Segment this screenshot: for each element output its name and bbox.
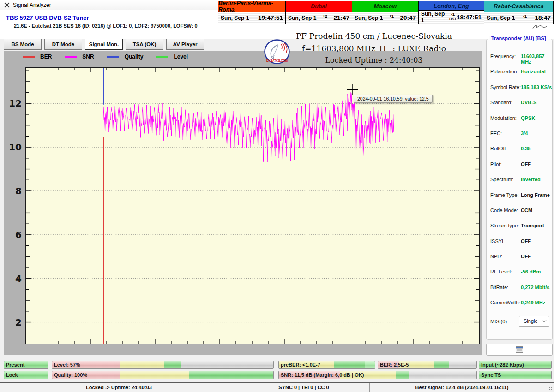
transponder-row-npd: NPD:OFF bbox=[487, 249, 552, 265]
clock-date: Sun, Sep 1 bbox=[487, 15, 515, 21]
field-value: OFF bbox=[521, 161, 531, 167]
logo-text: DXSATCS.COM bbox=[266, 59, 288, 62]
signal-analyzer-window: { "window": { "title": "Signal Analyzer"… bbox=[0, 0, 554, 392]
field-value: 0,272 Mbit/s bbox=[521, 285, 549, 290]
plot-area[interactable] bbox=[26, 67, 479, 344]
y-axis-label: 12 bbox=[9, 98, 22, 109]
resize-grip[interactable] bbox=[547, 385, 553, 391]
transponder-row-polarization: Polarization:Horizontal bbox=[487, 65, 552, 80]
clock-date: Sun, Sep 1 bbox=[421, 11, 449, 24]
transponder-row-rolloff: RollOff:0.35 bbox=[487, 142, 552, 157]
mis-selected-value: Single bbox=[524, 318, 538, 324]
field-value: Transport bbox=[521, 223, 544, 228]
mis-row: MIS (0): Single bbox=[487, 315, 552, 329]
clock-time-row: Sun, Sep 1+120:47 bbox=[352, 12, 418, 24]
field-value: 3/4 bbox=[521, 131, 528, 136]
field-label: Pilot: bbox=[490, 161, 501, 167]
field-value: 0,249 MHz bbox=[521, 300, 545, 305]
field-label: Frame Type: bbox=[490, 192, 519, 198]
field-label: RollOff: bbox=[490, 146, 507, 151]
transponder-row-spectrum: Spectrum:Inverted bbox=[487, 172, 552, 188]
field-label: Symbol Rate: bbox=[490, 84, 521, 90]
status-bar-level: Level: 57% bbox=[52, 361, 274, 369]
clock-rabat-casablanca: Rabat-CasablancaSun, Sep 1-118:47 bbox=[484, 1, 553, 24]
clock-city-label: Moscow bbox=[352, 1, 418, 12]
chevron-down-icon bbox=[542, 318, 547, 323]
y-axis-label: 2 bbox=[15, 317, 22, 328]
dxsatcs-logo: DXSATCS.COM bbox=[264, 39, 290, 64]
field-value: 185,183 KS/s bbox=[521, 84, 552, 90]
transponder-row-symbol-rate: Symbol Rate:185,183 KS/s bbox=[487, 80, 552, 95]
status-bar-ber: BER: 2,5E-5 bbox=[378, 361, 477, 369]
clock-time-row: Sun, Sep 1-118:47 bbox=[484, 12, 553, 24]
clock-city-label: London, Eng bbox=[419, 1, 484, 11]
mis-select[interactable]: Single bbox=[519, 316, 549, 327]
statusbar-sync-counters: SYNC 0 | TEI 0 | CC 0 bbox=[238, 385, 369, 390]
statusbar-best-signal: Best signal: 12,4 dB (2024-09-01 16:11) bbox=[370, 385, 554, 390]
tab-bs-mode[interactable]: BS Mode bbox=[4, 39, 42, 50]
field-value: DVB-S bbox=[521, 100, 536, 105]
app-antenna-icon bbox=[4, 2, 10, 8]
clock-london-eng: London, EngSun, Sep 1-1DST18:47:51 bbox=[419, 1, 484, 24]
clock-date: Sun, Sep 1 bbox=[288, 15, 316, 21]
field-label: NPD: bbox=[490, 254, 502, 259]
transponder-row-fec: FEC:3/4 bbox=[487, 126, 552, 142]
clock-date: Sun, Sep 1 bbox=[355, 15, 383, 21]
field-label: ISSYI bbox=[490, 238, 503, 244]
clock-time: 18:47 bbox=[535, 14, 551, 21]
signature-icon bbox=[532, 23, 548, 30]
tab-dt-mode[interactable]: DT Mode bbox=[44, 39, 82, 50]
clock-time: 20:47 bbox=[400, 14, 416, 21]
field-value: OFF bbox=[521, 238, 531, 244]
field-value: QPSK bbox=[521, 115, 535, 121]
field-label: Stream type: bbox=[490, 223, 519, 228]
transponder-row-frequency: Frequency:11603,857 MHz bbox=[487, 49, 552, 65]
window-list-icon bbox=[516, 346, 523, 353]
transponder-panel: Transponder (AU) [BS] Frequency:11603,85… bbox=[486, 39, 553, 340]
clock-utc-offset: +2 bbox=[323, 14, 327, 18]
field-label: RF Level: bbox=[490, 269, 512, 274]
transponder-row-standard: Standard:DVB-S bbox=[487, 95, 552, 111]
status-bar-quality: Quality: 100% bbox=[52, 371, 274, 379]
mode-tabs: BS ModeDT ModeSignal Mon.TSA (OK)AV Play… bbox=[4, 39, 204, 50]
transponder-row-frame-type: Frame Type:Long Frame bbox=[487, 188, 552, 203]
transponder-row-modulation: Modulation:QPSK bbox=[487, 111, 552, 126]
clock-berlin-paris-vienna-roma: Berlin-Paris-Vienna-RomaSun, Sep 119:47:… bbox=[218, 1, 286, 24]
field-value: OFF bbox=[521, 254, 531, 259]
clock-city-label: Berlin-Paris-Vienna-Roma bbox=[218, 1, 285, 12]
clock-time-row: Sun, Sep 1-1DST18:47:51 bbox=[419, 11, 484, 24]
transponder-list-button[interactable] bbox=[486, 344, 553, 356]
status-bar-syncts: Sync TS bbox=[479, 371, 552, 379]
status-bar-preber: preBER: <1.0E-7 bbox=[278, 361, 375, 369]
y-axis-label: 8 bbox=[15, 185, 22, 196]
transponder-row-carrierwidth: CarrierWidth:0,249 MHz bbox=[487, 296, 552, 311]
clock-date: Sun, Sep 1 bbox=[221, 15, 249, 21]
tab-av-player[interactable]: AV Player bbox=[166, 39, 204, 50]
transponder-row-bitrate: BitRate:0,272 Mbit/s bbox=[487, 280, 552, 296]
clock-time-row: Sun, Sep 119:47:51 bbox=[218, 12, 285, 24]
clock-time: 19:47:51 bbox=[258, 14, 283, 21]
status-bar-input: Input (~282 Kbps) bbox=[479, 361, 552, 369]
clock-time: 18:47:51 bbox=[457, 14, 482, 21]
field-value: 11603,857 MHz bbox=[521, 53, 552, 65]
chart-tooltip: 2024-09-01 16.10.59, value: 12,5 bbox=[354, 95, 433, 103]
clock-city-label: Dubai bbox=[286, 1, 352, 12]
transponder-row-code-mode: Code Mode:CCM bbox=[487, 203, 552, 219]
transponder-rows: Frequency:11603,857 MHzPolarization:Hori… bbox=[487, 39, 552, 311]
transponder-panel-title: Transponder (AU) [BS] bbox=[489, 36, 548, 41]
field-label: Code Mode: bbox=[490, 208, 518, 213]
clock-moscow: MoscowSun, Sep 1+120:47 bbox=[352, 1, 419, 24]
transponder-row-rf-level: RF Level:-56 dBm bbox=[487, 265, 552, 280]
tuner-name: TBS 5927 USB DVB-S2 Tuner bbox=[6, 14, 89, 21]
clock-utc-offset: -1DST bbox=[449, 13, 457, 21]
tab-tsa-ok[interactable]: TSA (OK) bbox=[126, 39, 163, 50]
transponder-row-pilot: Pilot:OFF bbox=[487, 157, 552, 172]
statusbar-lock-uptime: Locked -> Uptime: 24:40:03 bbox=[0, 385, 238, 390]
satellite-info: 21.6E - Eutelsat 21B SES 16 (ID: 0216) @… bbox=[14, 23, 198, 29]
clock-time-row: Sun, Sep 1+221:47 bbox=[286, 12, 352, 24]
field-value: Horizontal bbox=[521, 69, 546, 74]
tab-signal-mon[interactable]: Signal Mon. bbox=[85, 39, 123, 50]
status-bar-present: Present bbox=[4, 361, 48, 369]
field-label: Standard: bbox=[490, 100, 512, 105]
field-value: Long Frame bbox=[521, 192, 550, 198]
